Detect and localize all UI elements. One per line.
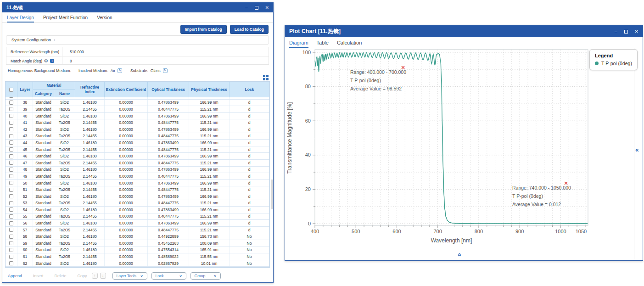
- cell-name[interactable]: SiO2: [54, 247, 75, 253]
- row-checkbox[interactable]: [9, 214, 13, 219]
- cell-optical-thickness[interactable]: 0.48447775: [148, 227, 189, 233]
- cell-layer[interactable]: 42: [17, 126, 33, 133]
- row-checkbox[interactable]: [9, 174, 13, 178]
- cell-category[interactable]: Standard: [33, 260, 54, 267]
- row-checkbox[interactable]: [9, 127, 13, 131]
- table-row[interactable]: 40StandardSiO21.461800.000000.4786349916…: [6, 113, 269, 120]
- row-checkbox[interactable]: [9, 154, 13, 158]
- cell-physical-thickness[interactable]: 115.21 nm: [189, 173, 230, 179]
- cell-refractive-index[interactable]: 1.46180: [75, 180, 105, 186]
- cell-extinction-coefficient[interactable]: 0.00000: [105, 180, 148, 186]
- match-angle-value[interactable]: 0: [62, 59, 72, 63]
- cell-lock[interactable]: d: [230, 153, 269, 159]
- cell-name[interactable]: SiO2: [54, 220, 75, 226]
- row-checkbox[interactable]: [9, 97, 13, 98]
- row-checkbox[interactable]: [9, 161, 13, 165]
- cell-extinction-coefficient[interactable]: 0.00000: [105, 207, 148, 213]
- cell-category[interactable]: Standard: [33, 100, 54, 106]
- system-configuration-expander[interactable]: System Configuration ›: [6, 35, 269, 45]
- cell-physical-thickness[interactable]: 115.21 nm: [189, 213, 230, 220]
- table-row[interactable]: 50StandardSiO21.461800.000000.4786349916…: [6, 180, 269, 187]
- cell-refractive-index[interactable]: 1.46180: [75, 113, 105, 119]
- cell-refractive-index[interactable]: 2.14455: [75, 213, 105, 220]
- cell-refractive-index[interactable]: 2.14455: [75, 227, 105, 233]
- move-up-button[interactable]: ↑: [92, 273, 98, 279]
- cell-physical-thickness[interactable]: 165.91 nm: [189, 247, 230, 253]
- cell-physical-thickness[interactable]: 115.21 nm: [189, 146, 230, 153]
- cell-name[interactable]: Ta2O5: [54, 213, 75, 220]
- load-to-catalog-button[interactable]: Load to Catalog: [230, 25, 269, 34]
- close-icon[interactable]: ✕: [635, 29, 638, 34]
- cell-layer[interactable]: 43: [17, 133, 33, 140]
- table-row[interactable]: 57StandardTa2O52.144550.000000.484477751…: [6, 227, 269, 234]
- cell-layer[interactable]: 52: [17, 193, 33, 200]
- cell-category[interactable]: Standard: [33, 160, 54, 166]
- lock-dropdown[interactable]: Lock∨: [151, 272, 186, 280]
- cell-category[interactable]: Standard: [33, 220, 54, 226]
- cell-refractive-index[interactable]: 2.14455: [75, 253, 105, 260]
- cell-category[interactable]: Standard: [33, 227, 54, 233]
- cell-lock[interactable]: d: [230, 106, 269, 112]
- cell-extinction-coefficient[interactable]: 0.00000: [105, 227, 148, 233]
- table-row[interactable]: 38StandardSiO21.461800.000000.4786349916…: [6, 100, 269, 107]
- cell-layer[interactable]: 39: [17, 106, 33, 112]
- cell-category[interactable]: Standard: [33, 126, 54, 133]
- cell-extinction-coefficient[interactable]: 0.00000: [105, 160, 148, 166]
- cell-refractive-index[interactable]: 2.14455: [75, 240, 105, 247]
- cell-lock[interactable]: d: [230, 173, 269, 179]
- cell-name[interactable]: SiO2: [54, 100, 75, 106]
- cell-refractive-index[interactable]: 2.14455: [75, 133, 105, 140]
- cell-layer[interactable]: 62: [17, 260, 33, 267]
- cell-extinction-coefficient[interactable]: 0.00000: [105, 167, 148, 173]
- row-checkbox[interactable]: [9, 134, 13, 138]
- delete-button[interactable]: Delete: [55, 274, 67, 278]
- cell-layer[interactable]: 46: [17, 153, 33, 159]
- cell-physical-thickness[interactable]: 166.99 nm: [189, 167, 230, 173]
- tab-layer-design[interactable]: Layer Design: [7, 15, 34, 22]
- cell-physical-thickness[interactable]: 166.99 nm: [189, 193, 230, 200]
- cell-optical-thickness[interactable]: 0.44922899: [148, 233, 189, 240]
- cell-layer[interactable]: 47: [17, 160, 33, 166]
- cell-name[interactable]: SiO2: [54, 126, 75, 133]
- info-icon[interactable]: i: [50, 59, 54, 63]
- cell-lock[interactable]: d: [230, 227, 269, 233]
- cell-optical-thickness[interactable]: 0.47863499: [148, 167, 189, 173]
- cell-physical-thickness[interactable]: 166.99 nm: [189, 126, 230, 133]
- cell-physical-thickness[interactable]: 10.01 nm: [189, 260, 230, 267]
- cell-extinction-coefficient[interactable]: 0.00000: [105, 106, 148, 112]
- cell-refractive-index[interactable]: 1.46180: [75, 193, 105, 200]
- cell-extinction-coefficient[interactable]: 0.00000: [105, 253, 148, 260]
- cell-optical-thickness[interactable]: 0.47863499: [148, 180, 189, 186]
- cell-name[interactable]: SiO2: [54, 233, 75, 240]
- cell-optical-thickness[interactable]: 0.47863499: [148, 193, 189, 200]
- copy-button[interactable]: Copy: [78, 274, 87, 278]
- cell-extinction-coefficient[interactable]: 0.00000: [105, 240, 148, 247]
- cell-optical-thickness[interactable]: 0.48447775: [148, 213, 189, 220]
- import-from-catalog-button[interactable]: Import from Catalog: [180, 25, 227, 34]
- cell-extinction-coefficient[interactable]: 0.00000: [105, 233, 148, 240]
- cell-optical-thickness[interactable]: 0.48447775: [148, 146, 189, 153]
- table-row[interactable]: 45StandardTa2O52.144550.000000.484477751…: [6, 146, 269, 153]
- table-row[interactable]: 60StandardSiO21.461800.000000.4755431416…: [6, 247, 269, 254]
- cell-lock[interactable]: d: [230, 160, 269, 166]
- cell-lock[interactable]: No: [230, 253, 269, 260]
- cell-layer[interactable]: 54: [17, 207, 33, 213]
- cell-refractive-index[interactable]: 2.14455: [75, 200, 105, 207]
- close-icon[interactable]: ✕: [265, 6, 269, 10]
- cell-name[interactable]: Ta2O5: [54, 146, 75, 153]
- cell-optical-thickness[interactable]: 0.02867929: [148, 260, 189, 267]
- table-row[interactable]: 52StandardSiO21.461800.000000.4786349916…: [6, 193, 269, 200]
- cell-lock[interactable]: d: [230, 97, 269, 99]
- cell-lock[interactable]: d: [230, 207, 269, 213]
- cell-refractive-index[interactable]: 1.46180: [75, 167, 105, 173]
- cell-optical-thickness[interactable]: 0.48447775: [148, 106, 189, 112]
- cell-physical-thickness[interactable]: 115.21 nm: [189, 97, 230, 99]
- table-row[interactable]: 51StandardTa2O52.144550.000000.484477751…: [6, 186, 269, 193]
- cell-optical-thickness[interactable]: 0.48447775: [148, 97, 189, 99]
- cell-layer[interactable]: 45: [17, 146, 33, 153]
- row-checkbox[interactable]: [9, 261, 13, 265]
- select-all-checkbox[interactable]: [9, 88, 13, 92]
- cell-extinction-coefficient[interactable]: 0.00000: [105, 193, 148, 200]
- cell-name[interactable]: Ta2O5: [54, 133, 75, 140]
- cell-physical-thickness[interactable]: 115.21 nm: [189, 106, 230, 112]
